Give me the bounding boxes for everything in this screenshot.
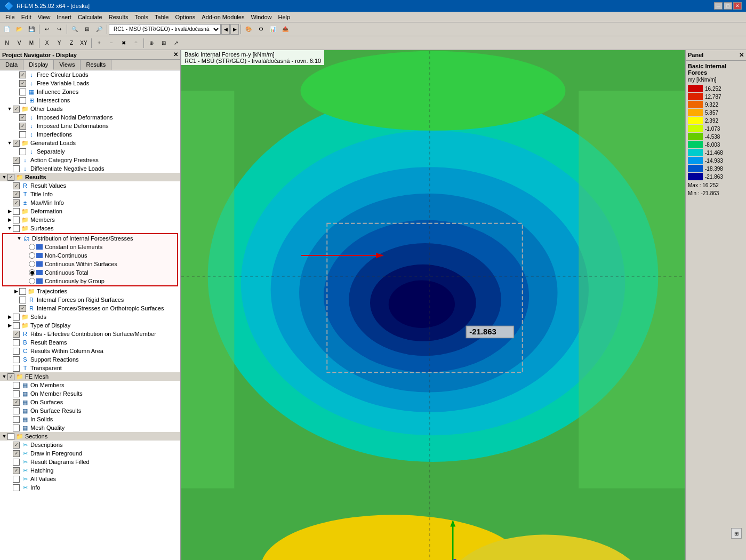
tb-prev[interactable]: ◀ xyxy=(221,24,230,35)
checkbox-free-circular[interactable]: ✓ xyxy=(19,71,26,78)
checkbox-surfaces[interactable] xyxy=(13,225,20,232)
checkbox-generated-loads[interactable]: ✓ xyxy=(13,140,20,147)
tb2-3[interactable]: M xyxy=(26,37,37,49)
expander[interactable] xyxy=(6,484,13,491)
expander[interactable] xyxy=(22,269,29,276)
radio-constant-elem[interactable] xyxy=(29,244,35,250)
tree-item-cont-group[interactable]: Continuously by Group xyxy=(3,277,177,285)
load-case-dropdown[interactable]: RC1 - MSÚ (STR/GEO) - trvalá/dočasná xyxy=(109,24,221,35)
tree-container[interactable]: ✓ ↓ Free Circular Loads ✓ ↓ Free Variabl… xyxy=(0,70,180,560)
tree-item-non-continuous[interactable]: Non-Continuous xyxy=(3,251,177,260)
checkbox-results[interactable]: ✓ xyxy=(7,174,14,181)
checkbox-action-prestress[interactable]: ✓ xyxy=(13,157,20,164)
tree-item-fe-on-member-results[interactable]: ▦ On Member Results xyxy=(0,389,180,398)
checkbox-separately[interactable] xyxy=(19,148,26,155)
tree-item-sec-hatching[interactable]: ✓ ✂ Hatching xyxy=(0,466,180,475)
tree-item-imposed-line[interactable]: ✓ ↓ Imposed Line Deformations xyxy=(0,122,180,130)
checkbox-fe-in-solids[interactable] xyxy=(13,416,20,423)
tree-item-fe-in-solids[interactable]: ▦ In Solids xyxy=(0,415,180,423)
expander[interactable] xyxy=(6,416,13,422)
tb2-snap[interactable]: ⊕ xyxy=(146,37,157,49)
tree-item-cont-within[interactable]: Continuous Within Surfaces xyxy=(3,260,177,268)
tree-item-dist-internal[interactable]: ▼ 🗂 Distribution of Internal Forces/Stre… xyxy=(3,234,177,243)
checkbox-solids[interactable] xyxy=(13,314,20,321)
tree-item-sections[interactable]: ▼ 📁 Sections xyxy=(0,432,180,441)
expander-sections[interactable]: ▼ xyxy=(1,433,7,439)
tb2-11[interactable]: ÷ xyxy=(130,37,142,49)
tree-item-cont-total[interactable]: Continuous Total xyxy=(3,268,177,277)
tb2-grid[interactable]: ⊞ xyxy=(158,37,170,49)
nav-tab-data[interactable]: Data xyxy=(0,60,23,70)
expander[interactable] xyxy=(6,331,13,337)
menu-insert[interactable]: Insert xyxy=(53,13,75,21)
checkbox-results-within-col[interactable] xyxy=(13,348,20,355)
expander[interactable] xyxy=(6,425,13,431)
expander[interactable] xyxy=(6,157,13,163)
checkbox-result-values[interactable]: ✓ xyxy=(13,182,20,189)
tree-item-imposed-nodal[interactable]: ✓ ↓ Imposed Nodal Deformations xyxy=(0,113,180,122)
tree-item-type-display[interactable]: ▶ 📁 Type of Display xyxy=(0,321,180,330)
checkbox-fe-on-surfaces[interactable]: ✓ xyxy=(13,399,20,406)
tree-item-support-reactions[interactable]: S Support Reactions xyxy=(0,355,180,364)
expander[interactable] xyxy=(6,348,13,354)
checkbox-trajectories[interactable] xyxy=(19,288,26,295)
tree-item-result-beams[interactable]: B Result Beams xyxy=(0,338,180,347)
tree-item-members[interactable]: ▶ 📁 Members xyxy=(0,215,180,224)
radio-non-continuous[interactable] xyxy=(29,252,35,259)
expander[interactable] xyxy=(13,71,19,78)
tree-item-free-variable[interactable]: ✓ ↓ Free Variable Loads xyxy=(0,79,180,87)
tree-item-solids[interactable]: ▶ 📁 Solids xyxy=(0,313,180,321)
expander[interactable] xyxy=(22,278,29,284)
tb-next[interactable]: ▶ xyxy=(230,24,239,35)
tree-item-fe-on-surface-results[interactable]: ▦ On Surface Results xyxy=(0,406,180,415)
tree-item-transparent[interactable]: T Transparent xyxy=(0,364,180,372)
checkbox-sec-result-diag[interactable] xyxy=(13,459,20,466)
checkbox-transparent[interactable] xyxy=(13,365,20,372)
checkbox-sec-hatching[interactable]: ✓ xyxy=(13,467,20,474)
tree-item-int-forces-rigid[interactable]: R Internal Forces on Rigid Surfaces xyxy=(0,295,180,304)
checkbox-deformation[interactable] xyxy=(13,208,20,215)
tree-item-result-values[interactable]: ✓ R Result Values xyxy=(0,181,180,190)
tb2-10[interactable]: ✖ xyxy=(118,37,130,49)
expander[interactable] xyxy=(13,305,19,311)
tree-item-fe-on-surfaces[interactable]: ✓ ▦ On Surfaces xyxy=(0,398,180,406)
tree-item-sec-all-values[interactable]: ✂ All Values xyxy=(0,475,180,483)
expander[interactable] xyxy=(6,382,13,388)
tb-zoom-in[interactable]: 🔍 xyxy=(69,23,81,35)
tree-item-ribs-eff[interactable]: ✓ R Ribs - Effective Contribution on Sur… xyxy=(0,330,180,338)
menu-results[interactable]: Results xyxy=(106,13,132,21)
tree-item-intersections[interactable]: ⊞ Intersections xyxy=(0,96,180,105)
expander[interactable] xyxy=(6,365,13,371)
tree-item-title-info[interactable]: ✓ T Title Info xyxy=(0,190,180,198)
menu-window[interactable]: Window xyxy=(247,13,275,21)
expander-deformation[interactable]: ▶ xyxy=(6,208,13,214)
checkbox-free-variable[interactable]: ✓ xyxy=(19,80,26,87)
tree-item-constant-elem[interactable]: Constant on Elements xyxy=(3,243,177,251)
tb-redo[interactable]: ↪ xyxy=(53,23,65,35)
menu-help[interactable]: Help xyxy=(275,13,294,21)
tb2-9[interactable]: − xyxy=(106,37,117,49)
expander[interactable] xyxy=(13,89,19,95)
expander[interactable] xyxy=(6,182,13,189)
menu-tools[interactable]: Tools xyxy=(131,13,151,21)
tb-zoom-out[interactable]: 🔎 xyxy=(93,23,105,35)
tree-item-int-forces-ortho[interactable]: ✓ R Internal Forces/Stresses on Orthotro… xyxy=(0,304,180,313)
tree-item-influence-zones[interactable]: ▦ Influence Zones xyxy=(0,87,180,96)
checkbox-diff-negative[interactable] xyxy=(13,165,20,172)
expander-dist[interactable]: ▼ xyxy=(16,235,22,242)
expander-surfaces[interactable]: ▼ xyxy=(6,225,13,231)
navigator-close[interactable]: ✕ xyxy=(173,51,178,58)
expander-results[interactable]: ▼ xyxy=(1,174,7,180)
expander[interactable] xyxy=(13,123,19,129)
maximize-button[interactable]: □ xyxy=(724,2,732,10)
tree-item-results[interactable]: ▼ ✓ 📁 Results xyxy=(0,173,180,181)
tree-item-sec-info[interactable]: ✂ Info xyxy=(0,483,180,492)
expander-members[interactable]: ▶ xyxy=(6,217,13,223)
tb2-1[interactable]: N xyxy=(1,37,13,49)
panel-icon[interactable]: ⊞ xyxy=(731,528,742,539)
tb2-5[interactable]: Y xyxy=(53,37,65,49)
checkbox-sec-descriptions[interactable]: ✓ xyxy=(13,442,20,449)
checkbox-fe-on-member-results[interactable] xyxy=(13,390,20,397)
tree-item-fe-mesh[interactable]: ▼ ✓ 📁 FE Mesh xyxy=(0,372,180,381)
tb-results-view[interactable]: 📊 xyxy=(267,23,279,35)
